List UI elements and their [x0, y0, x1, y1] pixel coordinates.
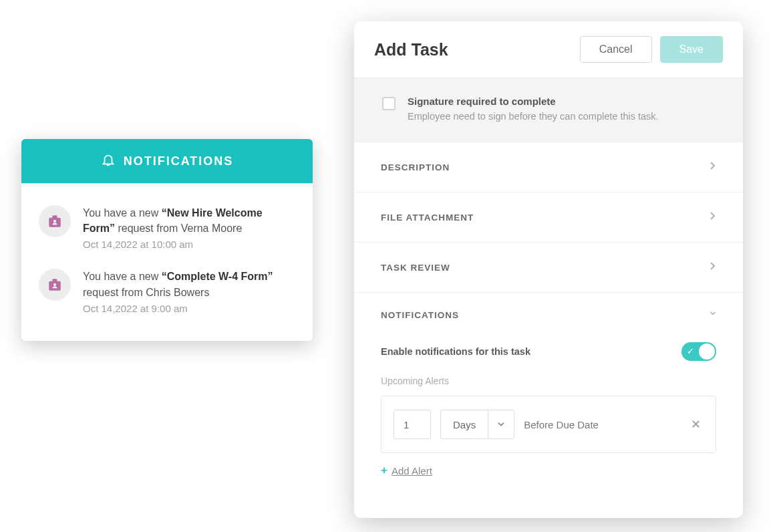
remove-alert-button[interactable]: ✕ [688, 413, 704, 436]
signature-text: Signature required to complete Employee … [408, 96, 659, 122]
notifications-card: NOTIFICATIONS You have a new “New Hire W… [21, 139, 313, 341]
add-alert-label: Add Alert [392, 465, 432, 477]
section-description[interactable]: DESCRIPTION [354, 142, 743, 192]
task-header: Add Task Cancel Save [354, 21, 743, 78]
toggle-knob [699, 344, 715, 360]
svg-rect-1 [53, 215, 57, 219]
notification-avatar [39, 269, 71, 301]
section-file-attachment[interactable]: FILE ATTACHMENT [354, 192, 743, 242]
chevron-right-icon [710, 261, 716, 273]
signature-title: Signature required to complete [408, 96, 659, 107]
notifications-list: You have a new “New Hire Welcome Form” r… [21, 184, 313, 341]
chevron-right-icon [710, 161, 716, 173]
chevron-down-icon [710, 309, 716, 321]
signature-section: Signature required to complete Employee … [354, 78, 743, 142]
notification-time: Oct 14,2022 at 10:00 am [83, 239, 295, 250]
panel-title: Add Task [374, 40, 448, 59]
section-task-review[interactable]: TASK REVIEW [354, 242, 743, 292]
svg-rect-4 [53, 279, 57, 283]
chevron-right-icon [710, 211, 716, 223]
notification-item[interactable]: You have a new “Complete W-4 Form” reque… [39, 259, 295, 323]
chevron-down-icon[interactable] [488, 410, 514, 439]
notification-avatar [39, 205, 71, 237]
add-alert-button[interactable]: + Add Alert [381, 464, 432, 477]
check-icon: ✓ [687, 346, 694, 356]
section-label: TASK REVIEW [381, 263, 450, 273]
plus-icon: + [381, 464, 388, 477]
section-label: FILE ATTACHMENT [381, 213, 474, 223]
notification-item[interactable]: You have a new “New Hire Welcome Form” r… [39, 196, 295, 259]
svg-point-5 [53, 283, 56, 286]
alert-value-input[interactable] [394, 410, 431, 439]
section-notifications-header[interactable]: NOTIFICATIONS [381, 309, 716, 325]
signature-checkbox[interactable] [382, 97, 396, 110]
notifications-header: NOTIFICATIONS [21, 139, 313, 184]
notifications-title: NOTIFICATIONS [124, 154, 234, 168]
section-label: NOTIFICATIONS [381, 310, 459, 320]
notification-time: Oct 14,2022 at 9:00 am [83, 303, 295, 314]
bell-icon [101, 152, 116, 170]
enable-notifications-label: Enable notifications for this task [381, 346, 530, 357]
alert-unit-value: Days [440, 410, 488, 439]
alert-relation-label: Before Due Date [524, 419, 679, 430]
alert-row: Days Before Due Date ✕ [381, 396, 716, 453]
notification-text: You have a new “Complete W-4 Form” reque… [83, 269, 295, 313]
section-label: DESCRIPTION [381, 162, 450, 172]
alert-unit-select[interactable]: Days [440, 410, 514, 439]
header-buttons: Cancel Save [580, 36, 723, 63]
section-notifications: NOTIFICATIONS Enable notifications for t… [354, 292, 743, 497]
notification-message: You have a new “New Hire Welcome Form” r… [83, 205, 295, 236]
notification-message: You have a new “Complete W-4 Form” reque… [83, 269, 295, 299]
cancel-button[interactable]: Cancel [580, 36, 652, 63]
enable-notifications-row: Enable notifications for this task ✓ [381, 342, 716, 361]
upcoming-alerts-label: Upcoming Alerts [381, 376, 716, 386]
signature-subtitle: Employee need to sign before they can co… [408, 111, 659, 122]
save-button[interactable]: Save [660, 36, 723, 63]
add-task-panel: Add Task Cancel Save Signature required … [354, 21, 743, 518]
notification-text: You have a new “New Hire Welcome Form” r… [83, 205, 295, 250]
enable-notifications-toggle[interactable]: ✓ [681, 342, 716, 361]
svg-point-2 [53, 220, 56, 223]
